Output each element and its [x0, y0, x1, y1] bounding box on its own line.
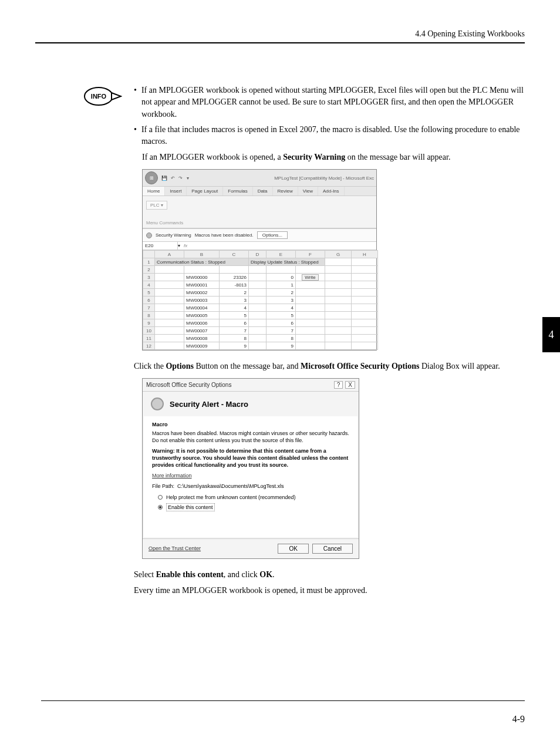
dialog-header: Security Alert - Macro [143, 392, 359, 416]
bullet-text: If an MPLOGGER workbook is opened withou… [141, 85, 525, 120]
main-content: INFO • If an MPLOGGER workbook is opened… [82, 85, 525, 600]
table-row[interactable]: 12MW0000999 [143, 342, 378, 350]
tab-data[interactable]: Data [253, 187, 273, 196]
bullet-dot: • [134, 85, 137, 120]
dialog-title: Microsoft Office Security Options [146, 382, 231, 388]
bullet-dot: • [134, 124, 137, 148]
spreadsheet-grid[interactable]: A B C D E F G H 1 Communication Status :… [143, 250, 376, 350]
table-row[interactable]: 1 Communication Status : Stopped Display… [143, 258, 378, 266]
approval-note: Every time an MPLOGGER workbook is opene… [134, 584, 525, 597]
tab-page-layout[interactable]: Page Layout [187, 187, 223, 196]
alert-title: Security Alert - Macro [170, 400, 248, 409]
options-button[interactable]: Options... [257, 231, 288, 239]
window-title: MPLogTest [Compatibility Mode] - Microso… [274, 176, 374, 181]
tab-view[interactable]: View [298, 187, 318, 196]
info-icon: INFO [82, 85, 122, 108]
radio-protect[interactable]: Help protect me from unknown content (re… [158, 494, 349, 501]
content-column: • If an MPLOGGER workbook is opened with… [134, 85, 525, 600]
security-warning-text: Macros have been disabled. [195, 233, 254, 238]
close-button[interactable]: X [345, 381, 355, 389]
table-row[interactable]: 5MW0000222 [143, 289, 378, 296]
tab-addins[interactable]: Add-Ins [318, 187, 345, 196]
shield-icon [151, 397, 164, 410]
formula-bar: E20 ▾ fx [143, 242, 376, 250]
chapter-tab: 4 [542, 317, 560, 352]
table-row[interactable]: 4MW00001-80131 [143, 281, 378, 289]
shield-icon [146, 233, 152, 238]
column-headers: A B C D E F G H [143, 251, 378, 258]
write-button[interactable]: Write [302, 274, 319, 281]
table-row[interactable]: 3 MW00000 23326 0 Write [143, 274, 378, 281]
excel-screenshot: ⊞ 💾 ↶ ↷ ▾ MPLogTest [Compatibility Mode]… [142, 169, 525, 351]
bullet-item: • If an MPLOGGER workbook is opened with… [134, 85, 525, 120]
page-header: 4.4 Opening Existing Workbooks [35, 29, 525, 43]
footer-rule [41, 700, 525, 701]
plc-menu-button[interactable]: PLC ▾ [146, 201, 167, 210]
macro-heading: Macro [152, 421, 349, 428]
name-box[interactable]: E20 [143, 242, 178, 250]
table-row[interactable]: 9MW0000666 [143, 319, 378, 327]
cancel-button[interactable]: Cancel [312, 544, 353, 554]
table-row[interactable]: 7MW0000444 [143, 304, 378, 312]
table-row[interactable]: 6MW0000333 [143, 296, 378, 304]
tab-home[interactable]: Home [143, 187, 165, 196]
quick-access-toolbar[interactable]: 💾 ↶ ↷ ▾ [161, 176, 190, 181]
dialog-body: Macro Macros have been disabled. Macros … [144, 416, 357, 537]
file-path-row: File Path: C:\Users\yaskawa\Documents\MP… [152, 483, 349, 490]
table-row[interactable]: 8MW0000555 [143, 312, 378, 319]
help-icon[interactable]: ? [334, 381, 343, 389]
dialog-titlebar: Microsoft Office Security Options ? X [143, 379, 359, 392]
trust-center-link[interactable]: Open the Trust Center [149, 545, 201, 551]
tab-formulas[interactable]: Formulas [223, 187, 252, 196]
bullet-item: • If a file that includes macros is open… [134, 124, 525, 148]
table-row[interactable]: 10MW0000777 [143, 327, 378, 335]
security-options-dialog: Microsoft Office Security Options ? X Se… [142, 378, 359, 558]
page-number: 4-9 [512, 714, 525, 725]
bullet-text: If a file that includes macros is opened… [141, 124, 525, 148]
ribbon-tabs: Home Insert Page Layout Formulas Data Re… [143, 187, 376, 196]
table-row[interactable]: 2 [143, 266, 378, 274]
more-info-link[interactable]: More information [152, 473, 192, 479]
excel-titlebar: ⊞ 💾 ↶ ↷ ▾ MPLogTest [Compatibility Mode]… [143, 170, 376, 187]
message-bar: Security Warning Macros have been disabl… [143, 228, 376, 242]
radio-icon[interactable] [158, 505, 163, 510]
dialog-footer: Open the Trust Center OK Cancel [143, 538, 359, 558]
tab-insert[interactable]: Insert [165, 187, 187, 196]
warning-text: Warning: It is not possible to determine… [152, 447, 349, 469]
security-warning-sentence: If an MPLOGGER workbook is opened, a Sec… [142, 151, 525, 163]
fx-label[interactable]: fx [180, 242, 191, 250]
menu-commands-label: Menu Commands [146, 220, 373, 225]
ok-button[interactable]: OK [278, 544, 308, 554]
radio-enable[interactable]: Enable this content [158, 503, 349, 511]
section-title: 4.4 Opening Existing Workbooks [415, 29, 525, 38]
office-button-icon[interactable]: ⊞ [145, 171, 158, 184]
table-row[interactable]: 11MW0000888 [143, 335, 378, 342]
select-enable-paragraph: Select Enable this content, and click OK… [134, 568, 525, 581]
security-warning-label: Security Warning [156, 233, 191, 238]
click-options-paragraph: Click the Options Button on the message … [134, 360, 525, 372]
ribbon-body: PLC ▾ Menu Commands [143, 196, 376, 228]
macro-disabled-text: Macros have been disabled. Macros might … [152, 430, 349, 444]
radio-icon[interactable] [158, 495, 163, 500]
svg-text:INFO: INFO [91, 93, 107, 100]
tab-review[interactable]: Review [273, 187, 298, 196]
